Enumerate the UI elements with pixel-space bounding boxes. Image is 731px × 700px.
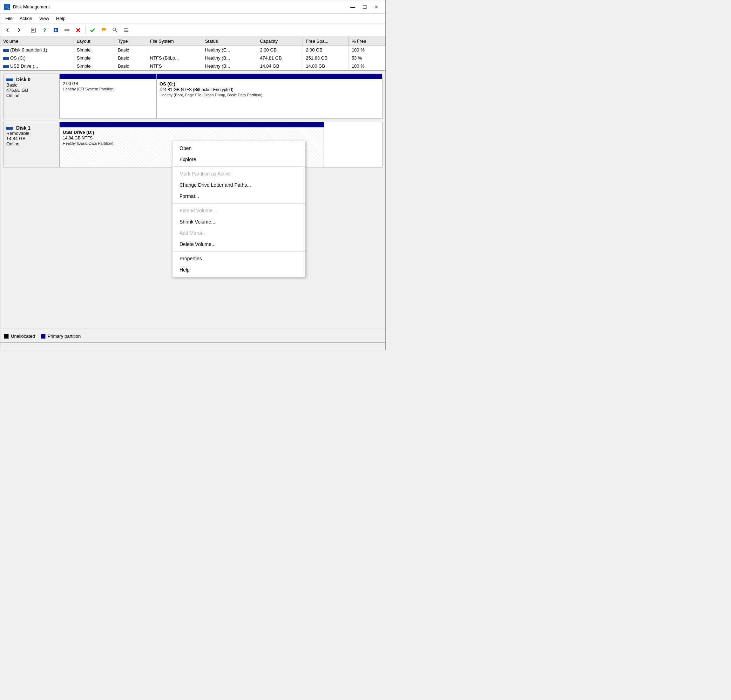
disk-1-bar-1 [60, 122, 324, 127]
ctx-sep-8 [173, 251, 305, 252]
ctx-item-9[interactable]: Properties [173, 253, 305, 264]
ctx-item-8[interactable]: Delete Volume... [173, 239, 305, 250]
disk-area: Disk 0 Basic 476.81 GB Online 2.00 GB He… [0, 71, 385, 329]
legend: Unallocated Primary partition [0, 329, 385, 342]
delete-button[interactable] [73, 25, 84, 35]
toolbar-separator-1 [26, 26, 26, 34]
disk-0-part-2[interactable]: OS (C:) 474.81 GB NTFS (BitLocker Encryp… [156, 79, 382, 119]
col-freespace[interactable]: Free Spa... [303, 37, 349, 46]
col-capacity[interactable]: Capacity [257, 37, 303, 46]
forward-button[interactable] [14, 25, 24, 35]
vol-pct: 53 % [348, 54, 385, 62]
col-volume[interactable]: Volume [0, 37, 73, 46]
legend-unallocated-label: Unallocated [11, 334, 35, 339]
toolbar-separator-2 [85, 26, 85, 34]
flag-button[interactable] [98, 25, 109, 35]
list-button[interactable] [121, 25, 132, 35]
menu-action[interactable]: Action [16, 15, 36, 22]
menu-bar: File Action View Help [0, 14, 385, 23]
ctx-item-1[interactable]: Explore [173, 154, 305, 165]
vol-layout: Simple [73, 62, 115, 70]
ctx-sep-1 [173, 166, 305, 167]
disk-0-type: Basic [6, 82, 56, 88]
col-status[interactable]: Status [202, 37, 257, 46]
volume-row-0[interactable]: (Disk 0 partition 1) Simple Basic Health… [0, 46, 385, 54]
search-button[interactable] [110, 25, 120, 35]
menu-view[interactable]: View [36, 15, 53, 22]
vol-layout: Simple [73, 54, 115, 62]
vol-status: Healthy (B... [202, 54, 257, 62]
svg-line-16 [116, 31, 117, 32]
ctx-item-5: Extend Volume… [173, 205, 305, 216]
vol-name: USB Drive (... [0, 62, 73, 70]
content-area: Volume Layout Type File System Status Ca… [0, 37, 385, 350]
app-icon [4, 4, 10, 10]
ctx-item-6[interactable]: Shrink Volume... [173, 216, 305, 227]
vol-type: Basic [115, 46, 147, 54]
vol-fs: NTFS (BitLo... [147, 54, 202, 62]
minimize-button[interactable]: — [348, 3, 358, 11]
window-controls: — ☐ ✕ [348, 3, 382, 11]
ctx-item-3[interactable]: Change Drive Letter and Paths... [173, 179, 305, 190]
disk-0-status: Online [6, 93, 56, 98]
disk-0-part-1[interactable]: 2.00 GB Healthy (EFI System Partition) [60, 79, 156, 119]
properties-button[interactable] [28, 25, 38, 35]
col-percentfree[interactable]: % Free [348, 37, 385, 46]
disk-0-name: Disk 0 [16, 77, 31, 82]
usb-partition-name: USB Drive (D:) [63, 130, 321, 135]
disk-1-type: Removable [6, 131, 56, 136]
back-button[interactable] [3, 25, 13, 35]
status-bar [0, 342, 385, 350]
disk-0-parts-content: 2.00 GB Healthy (EFI System Partition) O… [60, 79, 382, 119]
vol-type: Basic [115, 54, 147, 62]
vol-type: Basic [115, 62, 147, 70]
toolbar: ? [0, 23, 385, 37]
vol-name: OS (C:) [0, 54, 73, 62]
disk-0-bar-2 [156, 74, 382, 79]
legend-primary-box [41, 334, 46, 339]
menu-file[interactable]: File [2, 15, 16, 22]
help-button[interactable]: ? [39, 25, 50, 35]
ctx-item-10[interactable]: Help [173, 264, 305, 275]
disk-1-label: Disk 1 Removable 14.84 GB Online [3, 122, 60, 167]
vol-capacity: 2.00 GB [257, 46, 303, 54]
close-button[interactable]: ✕ [371, 3, 382, 11]
col-type[interactable]: Type [115, 37, 147, 46]
connect-button[interactable] [62, 25, 72, 35]
ctx-item-4[interactable]: Format... [173, 190, 305, 202]
vol-free: 251.63 GB [303, 54, 349, 62]
vol-fs: NTFS [147, 62, 202, 70]
ctx-item-7: Add Mirror... [173, 227, 305, 239]
ctx-item-2: Mark Partition as Active [173, 168, 305, 179]
partition-os-status: Healthy (Boot, Page File, Crash Dump, Ba… [160, 93, 379, 97]
partition-efi-size: 2.00 GB [63, 81, 153, 86]
vol-fs [147, 46, 202, 54]
disk-0-label: Disk 0 Basic 476.81 GB Online [3, 74, 60, 119]
col-layout[interactable]: Layout [73, 37, 115, 46]
menu-help[interactable]: Help [53, 15, 69, 22]
svg-rect-9 [67, 29, 69, 31]
window-title: Disk Management [13, 4, 50, 9]
volume-table: Volume Layout Type File System Status Ca… [0, 37, 385, 71]
maximize-button[interactable]: ☐ [360, 3, 370, 11]
vol-free: 14.80 GB [303, 62, 349, 70]
volume-row-2[interactable]: USB Drive (... Simple Basic NTFS Healthy… [0, 62, 385, 70]
partition-os-size: 474.81 GB NTFS (BitLocker Encrypted) [160, 87, 379, 92]
svg-point-2 [9, 8, 9, 9]
svg-rect-8 [65, 29, 67, 31]
rescan-button[interactable] [50, 25, 61, 35]
ctx-item-0[interactable]: Open [173, 143, 305, 154]
vol-capacity: 14.84 GB [257, 62, 303, 70]
col-filesystem[interactable]: File System [147, 37, 202, 46]
vol-status: Healthy (E... [202, 46, 257, 54]
disk-0-row: Disk 0 Basic 476.81 GB Online 2.00 GB He… [3, 73, 383, 119]
check-button[interactable] [87, 25, 98, 35]
vol-capacity: 474.81 GB [257, 54, 303, 62]
volume-row-1[interactable]: OS (C:) Simple Basic NTFS (BitLo... Heal… [0, 54, 385, 62]
disk-1-size: 14.84 GB [6, 136, 56, 141]
svg-rect-3 [31, 28, 35, 32]
svg-point-15 [113, 28, 116, 31]
legend-primary-label: Primary partition [48, 334, 81, 339]
disk-1-status: Online [6, 141, 56, 146]
vol-status: Healthy (B... [202, 62, 257, 70]
